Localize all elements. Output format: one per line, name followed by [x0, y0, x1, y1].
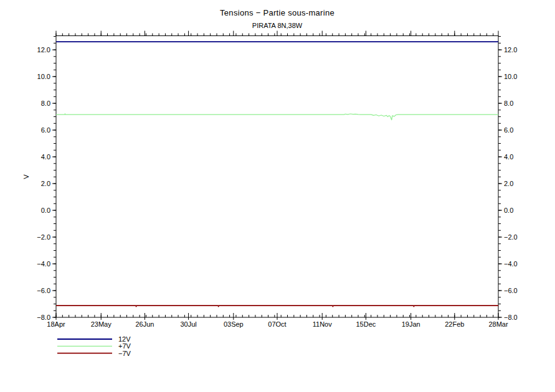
plot-page: Tensions − Partie sous-marine PIRATA 8N,…	[0, 0, 555, 392]
x-tick-label: 26Jun	[135, 320, 154, 328]
x-tick-label: 30Jul	[180, 320, 196, 328]
x-tick-label: 19Jan	[402, 320, 420, 328]
y-tick-label-right: −8.0	[504, 314, 518, 321]
y-tick-label-right: 8.0	[504, 100, 513, 107]
x-tick-label: 11Nov	[313, 320, 332, 328]
y-tick-label-right: 2.0	[504, 180, 513, 187]
y-tick-label-left: −2.0	[37, 233, 50, 241]
x-tick-label: 07Oct	[268, 320, 286, 328]
y-tick-label-left: 8.0	[41, 100, 50, 107]
y-tick-label-left: 0.0	[41, 207, 50, 214]
y-tick-label-left: 6.0	[41, 126, 50, 134]
y-tick-label-right: −4.0	[504, 260, 518, 268]
y-tick-label-left: 4.0	[41, 153, 50, 161]
legend-label-minus7v: −7V	[118, 350, 131, 357]
y-tick-label-right: −2.0	[504, 233, 518, 241]
legend-label-plus7v: +7V	[118, 342, 131, 350]
y-tick-label-left: 10.0	[37, 73, 50, 80]
y-tick-label-right: −6.0	[504, 287, 518, 294]
y-tick-label-right: 0.0	[504, 207, 513, 214]
y-tick-label-right: 12.0	[504, 46, 517, 54]
legend-label-12v: 12V	[118, 335, 131, 343]
y-tick-label-left: 2.0	[41, 180, 50, 187]
y-tick-label-left: −8.0	[37, 314, 50, 321]
y-tick-label-left: −6.0	[37, 287, 50, 294]
x-tick-label: 28Mar	[488, 320, 508, 328]
x-tick-label: 03Sep	[224, 320, 244, 328]
y-tick-label-left: −4.0	[37, 260, 50, 268]
series-line-plus7v	[56, 114, 498, 120]
y-tick-label-right: 4.0	[504, 153, 513, 161]
x-tick-label: 23May	[91, 320, 112, 328]
y-tick-label-right: 10.0	[504, 73, 517, 80]
y-tick-label-left: 12.0	[37, 46, 50, 54]
y-tick-label-right: 6.0	[504, 126, 513, 134]
plot-frame	[56, 36, 498, 318]
x-tick-label: 18Apr	[47, 320, 65, 328]
series-line-minus7v	[56, 306, 498, 307]
plot-canvas: 18Apr23May26Jun30Jul03Sep07Oct11Nov15Dec…	[0, 0, 555, 392]
x-tick-label: 15Dec	[356, 320, 376, 328]
x-tick-label: 22Feb	[445, 320, 464, 328]
